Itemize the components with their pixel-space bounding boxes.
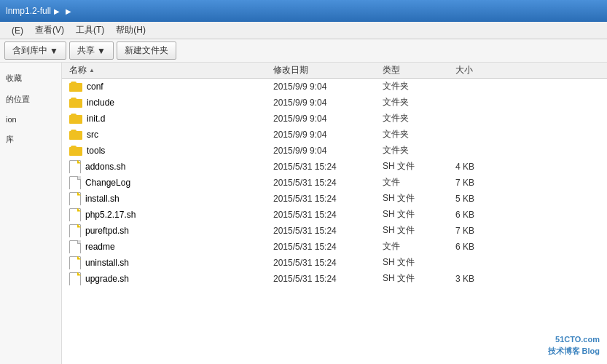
new-folder-label: 新建文件夹: [125, 44, 168, 57]
file-date: 2015/5/31 15:24: [273, 226, 383, 236]
file-date: 2015/9/9 9:04: [273, 130, 383, 140]
file-name: uninstall.sh: [85, 258, 129, 268]
table-row[interactable]: install.sh 2015/5/31 15:24 SH 文件 5 KB: [62, 191, 607, 207]
file-name: src: [87, 130, 98, 140]
file-name-cell: php5.2.17.sh: [69, 208, 273, 221]
file-icon: [69, 176, 81, 189]
file-type: SH 文件: [383, 256, 455, 269]
file-type: 文件: [383, 176, 455, 189]
file-name-cell: src: [69, 130, 273, 140]
file-name: include: [87, 98, 114, 108]
table-row[interactable]: addons.sh 2015/5/31 15:24 SH 文件 4 KB: [62, 159, 607, 175]
file-type: SH 文件: [383, 224, 455, 237]
file-name-cell: init.d: [69, 114, 273, 124]
sh-file-icon: [69, 224, 81, 237]
table-row[interactable]: conf 2015/9/9 9:04 文件夹: [62, 79, 607, 95]
sh-file-icon: [69, 208, 81, 221]
menu-item-view[interactable]: 查看(V): [29, 23, 70, 38]
table-row[interactable]: include 2015/9/9 9:04 文件夹: [62, 95, 607, 111]
col-name-label: 名称: [69, 64, 87, 76]
file-date: 2015/9/9 9:04: [273, 82, 383, 92]
table-row[interactable]: ChangeLog 2015/5/31 15:24 文件 7 KB: [62, 175, 607, 191]
file-name: conf: [87, 82, 103, 92]
file-list: conf 2015/9/9 9:04 文件夹 include 2015/9/9 …: [62, 79, 607, 364]
col-header-name[interactable]: 名称 ▲: [69, 64, 273, 76]
folder-icon: [69, 130, 82, 140]
file-date: 2015/5/31 15:24: [273, 274, 383, 284]
menu-item-tools[interactable]: 工具(T): [70, 23, 110, 38]
file-type: SH 文件: [383, 160, 455, 173]
sidebar-location-label: 的位置: [6, 94, 30, 105]
new-folder-button[interactable]: 新建文件夹: [117, 41, 176, 60]
file-name: install.sh: [85, 194, 120, 204]
folder-icon: [69, 98, 82, 108]
sh-file-icon: [69, 192, 81, 205]
file-name: ChangeLog: [85, 178, 130, 188]
file-name: pureftpd.sh: [85, 226, 129, 236]
table-row[interactable]: init.d 2015/9/9 9:04 文件夹: [62, 111, 607, 127]
col-date-label: 修改日期: [273, 64, 308, 76]
add-to-library-button[interactable]: 含到库中 ▼: [4, 41, 66, 60]
file-name-cell: pureftpd.sh: [69, 224, 273, 237]
menu-item-help[interactable]: 帮助(H): [110, 23, 152, 38]
file-name: php5.2.17.sh: [85, 210, 136, 220]
table-row[interactable]: upgrade.sh 2015/5/31 15:24 SH 文件 3 KB: [62, 271, 607, 287]
file-name-cell: uninstall.sh: [69, 256, 273, 269]
file-name: addons.sh: [85, 162, 125, 172]
file-name-cell: upgrade.sh: [69, 272, 273, 285]
file-name-cell: readme: [69, 240, 273, 253]
table-row[interactable]: tools 2015/9/9 9:04 文件夹: [62, 143, 607, 159]
file-date: 2015/5/31 15:24: [273, 162, 383, 172]
file-type: SH 文件: [383, 208, 455, 221]
sidebar-favorites-label: 收藏: [6, 73, 22, 84]
file-name: init.d: [87, 114, 105, 124]
file-date: 2015/5/31 15:24: [273, 178, 383, 188]
sh-file-icon: [69, 160, 81, 173]
menu-item-e[interactable]: (E): [6, 24, 29, 37]
col-header-date[interactable]: 修改日期: [273, 64, 383, 76]
file-size: 4 KB: [455, 162, 514, 172]
file-size: 5 KB: [455, 194, 514, 204]
share-label: 共享: [77, 44, 95, 57]
file-date: 2015/5/31 15:24: [273, 210, 383, 220]
dropdown-arrow-2: ▼: [97, 46, 106, 56]
sidebar-item-ion[interactable]: ion: [0, 111, 61, 128]
col-header-size[interactable]: 大小: [455, 64, 514, 76]
table-row[interactable]: uninstall.sh 2015/5/31 15:24 SH 文件: [62, 255, 607, 271]
sort-arrow-icon: ▲: [89, 67, 95, 74]
file-name: readme: [85, 242, 115, 252]
col-type-label: 类型: [383, 64, 400, 76]
folder-icon: [69, 114, 82, 124]
col-header-type[interactable]: 类型: [383, 64, 455, 76]
file-type: 文件夹: [383, 80, 455, 92]
file-name-cell: ChangeLog: [69, 176, 273, 189]
file-type: 文件夹: [383, 128, 455, 141]
folder-icon: [69, 82, 82, 92]
folder-icon: [69, 146, 82, 156]
file-area: 名称 ▲ 修改日期 类型 大小 conf 2015/9/9 9:04 文件夹 i…: [62, 63, 607, 364]
file-date: 2015/9/9 9:04: [273, 98, 383, 108]
share-button[interactable]: 共享 ▼: [69, 41, 114, 60]
table-row[interactable]: php5.2.17.sh 2015/5/31 15:24 SH 文件 6 KB: [62, 207, 607, 223]
file-name-cell: tools: [69, 146, 273, 156]
title-bar: lnmp1.2-full ▶ ▶: [0, 0, 607, 22]
table-row[interactable]: pureftpd.sh 2015/5/31 15:24 SH 文件 7 KB: [62, 223, 607, 239]
file-type: 文件夹: [383, 112, 455, 124]
file-name-cell: include: [69, 98, 273, 108]
file-type: 文件夹: [383, 96, 455, 108]
table-row[interactable]: src 2015/9/9 9:04 文件夹: [62, 127, 607, 143]
add-to-library-label: 含到库中: [12, 44, 47, 57]
title-text: lnmp1.2-full: [6, 6, 51, 16]
sidebar-item-location[interactable]: 的位置: [0, 90, 61, 109]
table-row[interactable]: readme 2015/5/31 15:24 文件 6 KB: [62, 239, 607, 255]
file-type: SH 文件: [383, 192, 455, 205]
file-size: 6 KB: [455, 242, 514, 252]
menu-bar: (E) 查看(V) 工具(T) 帮助(H): [0, 22, 607, 39]
file-type: 文件: [383, 240, 455, 253]
sidebar-library-label: 库: [6, 134, 14, 145]
sidebar: 收藏 的位置 ion 库: [0, 63, 62, 364]
sh-file-icon: [69, 272, 81, 285]
sidebar-item-favorites[interactable]: 收藏: [0, 68, 61, 88]
sidebar-item-library[interactable]: 库: [0, 130, 61, 149]
file-size: 7 KB: [455, 178, 514, 188]
